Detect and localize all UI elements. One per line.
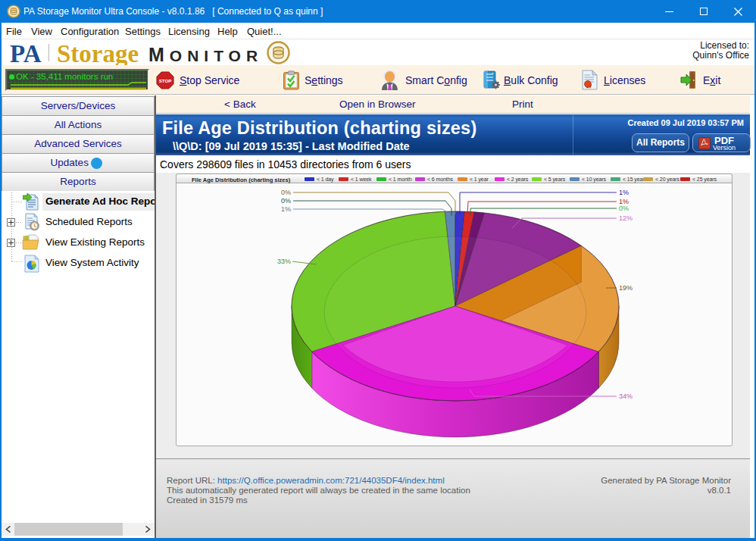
svg-text:0%: 0%: [281, 189, 291, 196]
svg-text:1%: 1%: [281, 205, 291, 213]
svg-text:19%: 19%: [619, 284, 633, 292]
svg-text:0%: 0%: [281, 197, 291, 205]
svg-text:12%: 12%: [619, 214, 633, 222]
svg-text:34%: 34%: [619, 392, 633, 400]
svg-text:33%: 33%: [277, 258, 291, 265]
svg-text:STOP: STOP: [159, 78, 172, 83]
svg-text:1%: 1%: [619, 189, 629, 196]
svg-text:0%: 0%: [619, 205, 629, 212]
